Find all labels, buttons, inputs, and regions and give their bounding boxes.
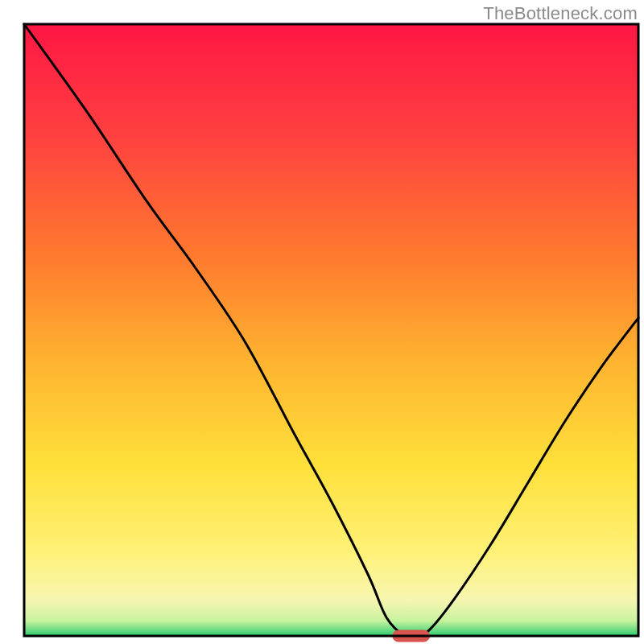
bottleneck-chart [0,0,644,644]
chart-container: TheBottleneck.com [0,0,644,644]
attribution-text: TheBottleneck.com [483,3,638,24]
gradient-background [24,24,638,636]
